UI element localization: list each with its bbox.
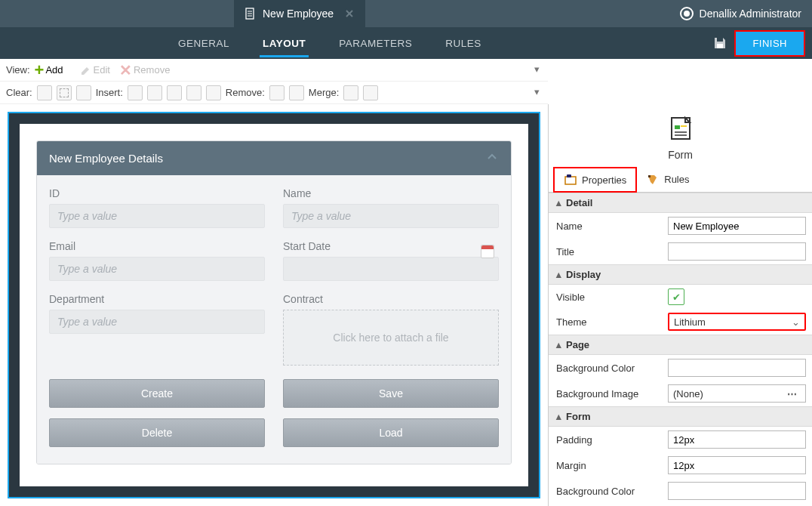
svg-rect-15: [648, 175, 651, 177]
props-tabs: Properties Rules: [549, 167, 812, 193]
section-page[interactable]: ▴ Page: [549, 335, 812, 355]
svg-rect-9: [675, 125, 680, 129]
field-department: Department: [49, 293, 265, 366]
section-form[interactable]: ▴ Form: [549, 406, 812, 427]
name-input[interactable]: [283, 204, 499, 228]
insert-row-above-icon[interactable]: [167, 85, 182, 100]
prop-margin-label: Margin: [556, 460, 660, 471]
ribbon-dropdown-icon[interactable]: ▾: [528, 63, 545, 75]
insert-label: Insert:: [96, 87, 123, 98]
ribbon-area: View: + Add Edit ✕ Remove ▾ Clear: Inser…: [0, 59, 812, 104]
nav-general[interactable]: GENERAL: [161, 27, 246, 59]
properties-pane: Form Properties Rules: [548, 104, 812, 506]
prop-padding-label: Padding: [556, 434, 660, 446]
section-display[interactable]: ▴ Display: [549, 264, 812, 285]
id-input[interactable]: [49, 204, 265, 228]
collapse-icon[interactable]: [485, 150, 499, 166]
prop-title-input[interactable]: [668, 242, 806, 261]
remove-row-icon[interactable]: [289, 85, 304, 100]
clear-grid-icon[interactable]: [37, 85, 52, 100]
merge-label: Merge:: [309, 87, 339, 98]
id-label: ID: [49, 187, 265, 199]
email-input[interactable]: [49, 257, 265, 281]
panel-title: New Employee Details: [49, 152, 163, 165]
insert-col-right-icon[interactable]: [147, 85, 162, 100]
prop-theme-label: Theme: [556, 316, 660, 328]
chevron-up-icon: ▴: [556, 197, 561, 208]
selection-label: Form: [549, 149, 812, 161]
insert-row-below-icon[interactable]: [186, 85, 201, 100]
svg-rect-6: [717, 38, 723, 42]
user-area[interactable]: Denallix Administrator: [680, 0, 801, 27]
save-icon[interactable]: [709, 32, 730, 54]
nav-rules[interactable]: RULES: [429, 27, 498, 59]
tab-rules[interactable]: Rules: [637, 167, 698, 192]
panel-header[interactable]: New Employee Details: [37, 141, 511, 175]
prop-margin-input[interactable]: [668, 456, 806, 474]
tab-properties-label: Properties: [582, 174, 626, 186]
selection-header: Form: [549, 104, 812, 167]
prop-page-bgcolor-input[interactable]: [668, 359, 806, 377]
form-icon: [245, 8, 257, 20]
start-date-label: Start Date: [283, 240, 499, 252]
svg-rect-11: [675, 131, 687, 133]
merge-down-icon[interactable]: [363, 85, 378, 100]
attach-placeholder: Click here to attach a file: [333, 332, 448, 344]
department-input[interactable]: [49, 310, 265, 334]
ribbon2-dropdown-icon[interactable]: ▾: [528, 86, 545, 97]
merge-right-icon[interactable]: [343, 85, 358, 100]
theme-value: Lithium: [674, 316, 706, 328]
tab-title: New Employee: [263, 8, 334, 20]
prop-name-input[interactable]: [668, 217, 806, 235]
delete-button[interactable]: Delete: [49, 418, 265, 447]
visible-checkbox[interactable]: ✔: [668, 288, 684, 305]
rules-icon: [646, 173, 660, 187]
tab-properties[interactable]: Properties: [553, 167, 637, 193]
prop-page-bgimage-label: Background Image: [556, 388, 660, 400]
contract-label: Contract: [283, 293, 499, 305]
attach-zone[interactable]: Click here to attach a file: [283, 310, 499, 366]
prop-visible-label: Visible: [556, 292, 660, 303]
nav-parameters[interactable]: PARAMETERS: [322, 27, 429, 59]
chevron-up-icon: ▴: [556, 269, 561, 280]
prop-page-bgimage-combo[interactable]: (None) ⋯: [668, 384, 806, 403]
prop-padding-input[interactable]: [668, 430, 806, 449]
save-button[interactable]: Save: [283, 379, 499, 408]
field-start-date: Start Date: [283, 240, 499, 281]
svg-rect-14: [567, 174, 571, 177]
remove-button[interactable]: ✕ Remove: [119, 63, 170, 78]
edit-button[interactable]: Edit: [80, 64, 110, 76]
prop-page-bgcolor-label: Background Color: [556, 363, 660, 374]
avatar-icon: [680, 7, 694, 20]
ellipsis-icon[interactable]: ⋯: [784, 388, 801, 400]
theme-select[interactable]: Lithium ⌄: [668, 313, 806, 331]
department-label: Department: [49, 293, 265, 305]
nav-layout[interactable]: LAYOUT: [246, 27, 322, 59]
add-button[interactable]: + Add: [35, 62, 63, 79]
svg-rect-13: [565, 177, 576, 184]
user-name: Denallix Administrator: [700, 8, 801, 20]
form-panel: New Employee Details ID: [36, 140, 512, 464]
close-icon[interactable]: [344, 8, 355, 19]
load-button[interactable]: Load: [283, 418, 499, 447]
bgimage-value: (None): [673, 388, 703, 400]
prop-form-bgcolor-input[interactable]: [668, 482, 806, 500]
remove-label: Remove:: [226, 87, 265, 98]
prop-form-bgcolor-label: Background Color: [556, 486, 660, 497]
field-email: Email: [49, 240, 265, 281]
clear-cell-icon[interactable]: [57, 85, 72, 100]
tab-rules-label: Rules: [664, 174, 689, 185]
finish-button[interactable]: FINISH: [734, 30, 805, 57]
insert-cell-icon[interactable]: [206, 85, 221, 100]
section-detail[interactable]: ▴ Detail: [549, 193, 812, 213]
remove-col-icon[interactable]: [269, 85, 285, 100]
start-date-input[interactable]: [283, 257, 499, 281]
svg-rect-12: [675, 134, 687, 136]
ribbon-view: View: + Add Edit ✕ Remove ▾: [0, 59, 548, 82]
create-button[interactable]: Create: [49, 379, 265, 408]
clear-row-icon[interactable]: [76, 85, 91, 100]
calendar-icon[interactable]: [481, 245, 494, 258]
x-icon: ✕: [119, 63, 132, 78]
insert-col-left-icon[interactable]: [128, 85, 143, 100]
document-tab[interactable]: New Employee: [234, 0, 365, 27]
